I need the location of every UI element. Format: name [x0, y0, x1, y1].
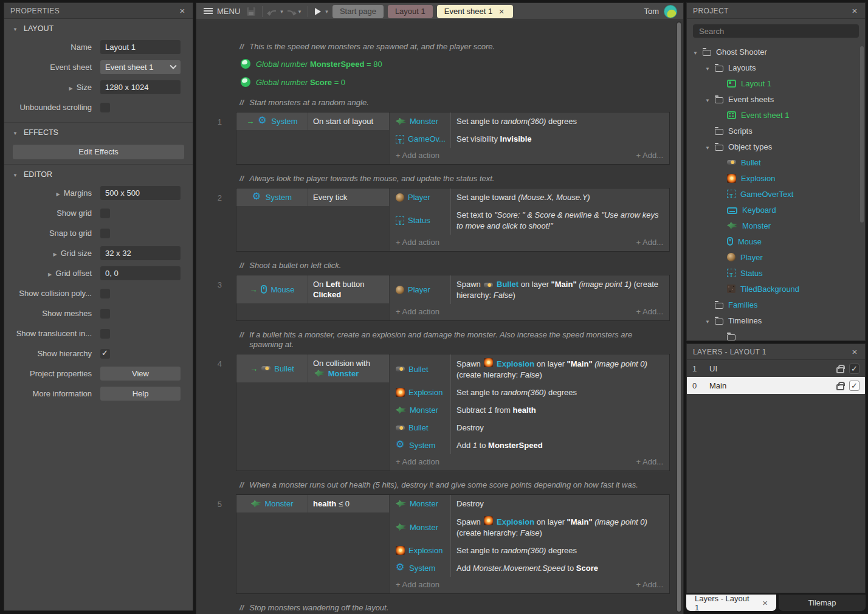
- menu-button[interactable]: MENU: [201, 7, 243, 16]
- show-collision-checkbox[interactable]: [100, 289, 110, 298]
- tree-item-monster[interactable]: Monster: [687, 218, 865, 233]
- project-scrollbar[interactable]: [860, 41, 864, 340]
- tree-item-item[interactable]: [687, 328, 865, 340]
- tree-item-status[interactable]: Status: [687, 265, 865, 281]
- lock-icon[interactable]: [836, 384, 844, 390]
- scrollbar-thumb[interactable]: [677, 22, 681, 612]
- tab-event-sheet-1[interactable]: Event sheet 1: [437, 5, 514, 18]
- expand-triangle-icon[interactable]: [46, 269, 52, 278]
- event-action[interactable]: ExplosionSet angle to random(360) degree…: [390, 384, 669, 401]
- event-action[interactable]: BulletDestroy: [390, 419, 669, 436]
- collapse-triangle-icon[interactable]: [705, 63, 715, 72]
- add-link[interactable]: + Add...: [636, 457, 663, 466]
- section-header-effects[interactable]: EFFECTS: [4, 122, 193, 141]
- tab-layers-layout-1[interactable]: Layers - Layout 1: [686, 595, 776, 611]
- event-action[interactable]: BulletSpawn Explosion on layer "Main" (i…: [390, 354, 669, 384]
- event-sheet-dropdown[interactable]: Event sheet 1: [100, 60, 181, 74]
- tab-tilemap[interactable]: Tilemap: [779, 595, 866, 611]
- close-icon[interactable]: [850, 5, 859, 16]
- grid-size-field[interactable]: 32 x 32: [100, 246, 181, 260]
- size-field[interactable]: 1280 x 1024: [100, 80, 181, 94]
- add-action-link[interactable]: + Add action: [396, 307, 439, 316]
- layer-visibility-checkbox[interactable]: [849, 364, 859, 374]
- event-action[interactable]: PlayerSpawn Bullet on layer "Main" (imag…: [390, 275, 669, 304]
- scrollbar-thumb[interactable]: [860, 46, 864, 222]
- event-action[interactable]: MonsterSet angle to random(360) degrees: [390, 112, 669, 130]
- comment-row[interactable]: //Always look the player towards the mou…: [196, 174, 683, 184]
- event-condition[interactable]: Monsterhealth ≤ 0: [236, 495, 389, 512]
- margins-field[interactable]: 500 x 500: [100, 186, 181, 200]
- comment-row[interactable]: //If a bullet hits a monster, create an …: [196, 330, 683, 350]
- comment-row[interactable]: //When a monster runs out of health (5 h…: [196, 480, 683, 490]
- tree-item-mouse[interactable]: Mouse: [687, 233, 865, 249]
- edit-effects-button[interactable]: Edit Effects: [13, 145, 184, 159]
- event-action[interactable]: SystemAdd 1 to MonsterSpeed: [390, 436, 669, 454]
- snap-to-grid-checkbox[interactable]: [100, 229, 110, 238]
- close-icon[interactable]: [850, 347, 859, 357]
- tree-item-gameovertext[interactable]: GameOverText: [687, 186, 865, 202]
- preview-button[interactable]: [315, 8, 321, 15]
- event-condition[interactable]: SystemOn start of layout: [236, 112, 389, 130]
- event-action[interactable]: StatusSet text to "Score: " & Score & ne…: [390, 206, 669, 235]
- tree-item-families[interactable]: Families: [687, 297, 865, 312]
- event-action[interactable]: PlayerSet angle toward (Mouse.X, Mouse.Y…: [390, 188, 669, 206]
- show-meshes-checkbox[interactable]: [100, 309, 110, 319]
- name-field[interactable]: Layout 1: [100, 40, 181, 54]
- tree-item-event-sheet-1[interactable]: Event sheet 1: [687, 107, 865, 123]
- tree-item-layouts[interactable]: Layouts: [687, 60, 865, 75]
- add-action-link[interactable]: + Add action: [396, 457, 439, 466]
- event-action[interactable]: MonsterDestroy: [390, 495, 669, 512]
- add-link[interactable]: + Add...: [636, 238, 663, 247]
- comment-row[interactable]: //Shoot a bullet on left click.: [196, 261, 683, 271]
- event-action[interactable]: MonsterSpawn Explosion on layer "Main" (…: [390, 512, 669, 542]
- add-action-link[interactable]: + Add action: [396, 238, 439, 247]
- event-condition[interactable]: SystemEvery tick: [236, 188, 389, 206]
- event-sheet-scrollbar[interactable]: [677, 21, 681, 613]
- comment-row[interactable]: //Start monsters at a random angle.: [196, 98, 683, 108]
- tab-start-page[interactable]: Start page: [332, 5, 384, 18]
- save-button[interactable]: [247, 7, 255, 16]
- collapse-triangle-icon[interactable]: [705, 95, 715, 104]
- event-action[interactable]: ExplosionSet angle to random(360) degree…: [390, 542, 669, 559]
- comment-row[interactable]: //This is the speed new monsters are spa…: [196, 42, 683, 52]
- undo-dropdown-icon[interactable]: [280, 9, 283, 15]
- event-action[interactable]: GameOv...Set visibility Invisible: [390, 130, 669, 148]
- layer-row-ui[interactable]: 1 UI: [687, 360, 865, 377]
- event-sheet[interactable]: //This is the speed new monsters are spa…: [196, 20, 683, 614]
- grid-offset-field[interactable]: 0, 0: [100, 266, 181, 280]
- show-translucent-checkbox[interactable]: [100, 329, 110, 339]
- unbounded-scrolling-checkbox[interactable]: [100, 103, 110, 112]
- tree-item-explosion[interactable]: Explosion: [687, 170, 865, 186]
- section-header-editor[interactable]: EDITOR: [4, 164, 193, 183]
- redo-button[interactable]: [288, 10, 294, 15]
- layer-visibility-checkbox[interactable]: [849, 381, 859, 391]
- tab-layout-1[interactable]: Layout 1: [388, 5, 433, 18]
- tree-item-tiledbackground[interactable]: TiledBackground: [687, 281, 865, 297]
- global-variable-row[interactable]: Global number MonsterSpeed = 80: [196, 58, 683, 70]
- tree-item-keyboard[interactable]: Keyboard: [687, 202, 865, 218]
- close-tab-icon[interactable]: [762, 598, 768, 608]
- tree-item-player[interactable]: Player: [687, 249, 865, 265]
- event-condition[interactable]: MouseOn Left button Clicked: [236, 275, 389, 303]
- tree-item-layout-1[interactable]: Layout 1: [687, 75, 865, 91]
- tree-item-object-types[interactable]: Object types: [687, 139, 865, 154]
- help-button[interactable]: Help: [100, 387, 181, 401]
- undo-button[interactable]: [269, 10, 276, 15]
- show-grid-checkbox[interactable]: [100, 209, 110, 218]
- expand-triangle-icon[interactable]: [54, 188, 60, 198]
- lock-icon[interactable]: [836, 367, 844, 373]
- tree-item-bullet[interactable]: Bullet: [687, 154, 865, 170]
- add-link[interactable]: + Add...: [636, 151, 663, 160]
- avatar[interactable]: [664, 5, 677, 18]
- add-link[interactable]: + Add...: [636, 307, 663, 316]
- expand-triangle-icon[interactable]: [51, 249, 57, 258]
- user-area[interactable]: Tom: [644, 5, 678, 18]
- close-tab-icon[interactable]: [497, 6, 506, 16]
- global-variable-row[interactable]: Global number Score = 0: [196, 76, 683, 88]
- collapse-triangle-icon[interactable]: [693, 47, 703, 57]
- add-action-link[interactable]: + Add action: [396, 151, 439, 160]
- layer-row-main[interactable]: 0 Main: [687, 377, 865, 394]
- show-hierarchy-checkbox[interactable]: [100, 349, 110, 359]
- section-header-layout[interactable]: LAYOUT: [4, 19, 193, 37]
- comment-row[interactable]: //Stop monsters wandering off the layout…: [196, 603, 683, 613]
